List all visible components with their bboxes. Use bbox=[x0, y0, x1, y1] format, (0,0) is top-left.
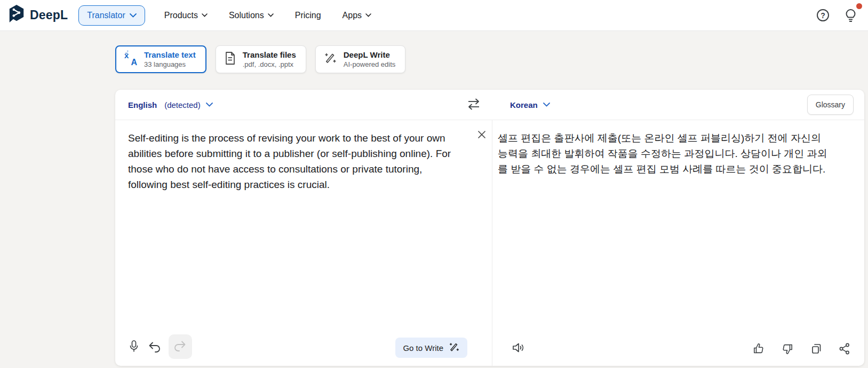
thumbs-up-icon bbox=[752, 349, 765, 357]
close-icon bbox=[477, 133, 487, 141]
nav-apps[interactable]: Apps bbox=[343, 11, 371, 20]
tab-translate-files[interactable]: Translate files .pdf, .docx, .pptx bbox=[216, 45, 306, 73]
microphone-icon bbox=[128, 347, 140, 355]
lightbulb-icon bbox=[844, 17, 857, 25]
swap-arrows-icon bbox=[466, 105, 481, 113]
target-panel: 셀프 편집은 출판사에 제출(또는 온라인 셀프 퍼블리싱)하기 전에 자신의 … bbox=[492, 120, 864, 366]
tab-subtitle: 33 languages bbox=[144, 60, 196, 68]
thumbs-down-button[interactable] bbox=[781, 342, 794, 355]
copy-icon bbox=[810, 349, 823, 357]
deepl-logo[interactable]: DeepL bbox=[7, 4, 68, 27]
source-toolbar bbox=[128, 334, 192, 359]
language-bar: English(detected) Korean Glossary bbox=[115, 90, 864, 120]
nav-pricing-label: Pricing bbox=[295, 11, 321, 20]
nav-pricing[interactable]: Pricing bbox=[295, 11, 321, 20]
chevron-down-icon bbox=[130, 13, 137, 18]
share-icon bbox=[839, 349, 850, 357]
source-panel: Self-editing is the process of revising … bbox=[115, 120, 492, 366]
pen-sparkle-icon bbox=[448, 341, 460, 355]
undo-button[interactable] bbox=[147, 341, 161, 353]
go-to-write-button[interactable]: Go to Write bbox=[395, 338, 467, 358]
brand-name: DeepL bbox=[30, 8, 68, 22]
mode-tabs: ˙x̄A Translate text 33 languages Transla… bbox=[115, 45, 405, 73]
share-translation-button[interactable] bbox=[839, 342, 850, 355]
tab-title: DeepL Write bbox=[344, 50, 396, 59]
main-nav: Products Solutions Pricing Apps bbox=[164, 11, 371, 20]
tab-subtitle: .pdf, .docx, .pptx bbox=[243, 60, 296, 68]
pen-sparkle-icon bbox=[323, 51, 337, 67]
thumbs-up-button[interactable] bbox=[752, 342, 765, 355]
chevron-down-icon bbox=[206, 103, 213, 107]
nav-solutions[interactable]: Solutions bbox=[229, 11, 274, 20]
speaker-icon bbox=[512, 348, 525, 356]
redo-icon bbox=[173, 340, 187, 354]
header-actions: ? bbox=[817, 8, 857, 23]
go-to-write-label: Go to Write bbox=[403, 343, 443, 353]
target-language-selector[interactable]: Korean bbox=[510, 100, 550, 109]
source-language-detected-note: (detected) bbox=[164, 100, 201, 109]
translator-menu-label: Translator bbox=[87, 11, 125, 20]
nav-apps-label: Apps bbox=[343, 11, 362, 20]
chevron-down-icon bbox=[365, 13, 371, 17]
source-text-input[interactable]: Self-editing is the process of revising … bbox=[128, 130, 451, 192]
microphone-button[interactable] bbox=[128, 340, 140, 354]
source-language-selector[interactable]: English(detected) bbox=[128, 100, 213, 109]
tab-title: Translate files bbox=[243, 50, 296, 59]
tab-deepl-write[interactable]: DeepL Write AI-powered edits bbox=[315, 45, 406, 73]
tab-translate-text[interactable]: ˙x̄A Translate text 33 languages bbox=[115, 45, 206, 73]
nav-products-label: Products bbox=[164, 11, 198, 20]
deepl-logo-icon bbox=[7, 4, 26, 27]
copy-translation-button[interactable] bbox=[810, 342, 823, 355]
listen-button[interactable] bbox=[512, 341, 525, 354]
nav-solutions-label: Solutions bbox=[229, 11, 264, 20]
target-language-label: Korean bbox=[510, 100, 538, 109]
translation-panels: Self-editing is the process of revising … bbox=[115, 120, 864, 366]
undo-icon bbox=[147, 346, 161, 354]
document-icon bbox=[224, 51, 236, 67]
notification-dot bbox=[856, 3, 862, 9]
thumbs-down-icon bbox=[781, 349, 794, 357]
nav-products[interactable]: Products bbox=[164, 11, 208, 20]
chevron-down-icon bbox=[268, 13, 274, 17]
source-language-label: English bbox=[128, 100, 157, 109]
translator-menu-button[interactable]: Translator bbox=[78, 5, 145, 26]
chevron-down-icon bbox=[202, 13, 208, 17]
help-button[interactable]: ? bbox=[817, 9, 829, 21]
swap-languages-button[interactable] bbox=[466, 97, 481, 111]
chevron-down-icon bbox=[543, 103, 550, 107]
tab-subtitle: AI-powered edits bbox=[344, 60, 396, 68]
target-text-output[interactable]: 셀프 편집은 출판사에 제출(또는 온라인 셀프 퍼블리싱)하기 전에 자신의 … bbox=[498, 130, 830, 177]
translator-card: English(detected) Korean Glossary bbox=[115, 90, 864, 366]
glossary-button[interactable]: Glossary bbox=[807, 95, 854, 115]
help-icon: ? bbox=[817, 9, 829, 21]
tab-title: Translate text bbox=[144, 50, 196, 59]
translate-text-icon: ˙x̄A bbox=[124, 52, 138, 66]
clear-source-button[interactable] bbox=[476, 129, 488, 140]
redo-button-disabled[interactable] bbox=[169, 334, 192, 359]
whats-new-button[interactable] bbox=[844, 8, 857, 23]
target-actions bbox=[752, 342, 850, 355]
top-navbar: DeepL Translator Products Solutions Pric… bbox=[0, 0, 868, 31]
